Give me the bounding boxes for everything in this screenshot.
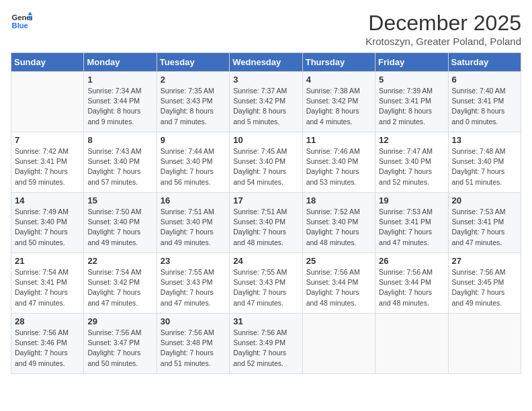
day-detail: Sunrise: 7:49 AMSunset: 3:40 PMDaylight:… bbox=[15, 208, 69, 246]
day-detail: Sunrise: 7:35 AMSunset: 3:43 PMDaylight:… bbox=[161, 87, 214, 126]
day-detail: Sunrise: 7:37 AMSunset: 3:42 PMDaylight:… bbox=[233, 87, 287, 126]
day-detail: Sunrise: 7:56 AMSunset: 3:44 PMDaylight:… bbox=[379, 268, 433, 307]
table-row bbox=[302, 314, 375, 374]
header-friday: Friday bbox=[375, 53, 448, 72]
table-row: 19 Sunrise: 7:53 AMSunset: 3:41 PMDaylig… bbox=[375, 193, 448, 253]
day-detail: Sunrise: 7:43 AMSunset: 3:40 PMDaylight:… bbox=[87, 147, 141, 186]
table-row: 18 Sunrise: 7:52 AMSunset: 3:40 PMDaylig… bbox=[302, 193, 375, 253]
table-row: 28 Sunrise: 7:56 AMSunset: 3:46 PMDaylig… bbox=[11, 314, 84, 374]
day-number: 3 bbox=[233, 75, 298, 85]
svg-text:Blue: Blue bbox=[12, 21, 28, 30]
table-row: 15 Sunrise: 7:50 AMSunset: 3:40 PMDaylig… bbox=[84, 193, 157, 253]
table-row: 21 Sunrise: 7:54 AMSunset: 3:41 PMDaylig… bbox=[11, 253, 84, 314]
day-number: 18 bbox=[306, 195, 371, 205]
day-detail: Sunrise: 7:51 AMSunset: 3:40 PMDaylight:… bbox=[161, 208, 214, 246]
table-row: 2 Sunrise: 7:35 AMSunset: 3:43 PMDayligh… bbox=[157, 72, 229, 132]
table-row: 30 Sunrise: 7:56 AMSunset: 3:48 PMDaylig… bbox=[157, 314, 229, 374]
day-detail: Sunrise: 7:51 AMSunset: 3:40 PMDaylight:… bbox=[233, 208, 287, 246]
day-number: 27 bbox=[452, 256, 517, 266]
day-number: 8 bbox=[87, 135, 152, 145]
day-number: 22 bbox=[87, 256, 152, 266]
day-detail: Sunrise: 7:34 AMSunset: 3:44 PMDaylight:… bbox=[87, 87, 141, 126]
day-detail: Sunrise: 7:52 AMSunset: 3:40 PMDaylight:… bbox=[306, 208, 360, 246]
day-detail: Sunrise: 7:56 AMSunset: 3:49 PMDaylight:… bbox=[233, 328, 287, 367]
header-thursday: Thursday bbox=[302, 53, 375, 72]
day-number: 2 bbox=[161, 75, 226, 85]
table-row: 6 Sunrise: 7:40 AMSunset: 3:41 PMDayligh… bbox=[448, 72, 521, 132]
table-row: 9 Sunrise: 7:44 AMSunset: 3:40 PMDayligh… bbox=[157, 132, 229, 193]
calendar-week-row: 1 Sunrise: 7:34 AMSunset: 3:44 PMDayligh… bbox=[11, 72, 521, 132]
table-row bbox=[375, 314, 448, 374]
day-detail: Sunrise: 7:56 AMSunset: 3:48 PMDaylight:… bbox=[161, 328, 214, 367]
header-sunday: Sunday bbox=[11, 53, 84, 72]
day-number: 4 bbox=[306, 75, 371, 85]
calendar-week-row: 28 Sunrise: 7:56 AMSunset: 3:46 PMDaylig… bbox=[11, 314, 521, 374]
day-number: 13 bbox=[452, 135, 517, 145]
table-row: 26 Sunrise: 7:56 AMSunset: 3:44 PMDaylig… bbox=[375, 253, 448, 314]
calendar-table: Sunday Monday Tuesday Wednesday Thursday… bbox=[11, 52, 521, 374]
day-number: 28 bbox=[15, 316, 80, 326]
day-number: 20 bbox=[452, 195, 517, 205]
day-detail: Sunrise: 7:55 AMSunset: 3:43 PMDaylight:… bbox=[233, 268, 287, 307]
day-detail: Sunrise: 7:45 AMSunset: 3:40 PMDaylight:… bbox=[233, 147, 287, 186]
table-row: 4 Sunrise: 7:38 AMSunset: 3:42 PMDayligh… bbox=[302, 72, 375, 132]
table-row: 3 Sunrise: 7:37 AMSunset: 3:42 PMDayligh… bbox=[230, 72, 302, 132]
day-detail: Sunrise: 7:46 AMSunset: 3:40 PMDaylight:… bbox=[306, 147, 360, 186]
day-number: 26 bbox=[379, 256, 444, 266]
day-detail: Sunrise: 7:56 AMSunset: 3:46 PMDaylight:… bbox=[15, 328, 69, 367]
day-detail: Sunrise: 7:48 AMSunset: 3:40 PMDaylight:… bbox=[452, 147, 506, 186]
header-tuesday: Tuesday bbox=[157, 53, 229, 72]
table-row: 7 Sunrise: 7:42 AMSunset: 3:41 PMDayligh… bbox=[11, 132, 84, 193]
table-row: 25 Sunrise: 7:56 AMSunset: 3:44 PMDaylig… bbox=[302, 253, 375, 314]
table-row: 27 Sunrise: 7:56 AMSunset: 3:45 PMDaylig… bbox=[448, 253, 521, 314]
header-wednesday: Wednesday bbox=[230, 53, 302, 72]
day-number: 14 bbox=[15, 195, 80, 205]
day-number: 29 bbox=[87, 316, 152, 326]
table-row bbox=[448, 314, 521, 374]
weekday-header-row: Sunday Monday Tuesday Wednesday Thursday… bbox=[11, 53, 521, 72]
table-row: 14 Sunrise: 7:49 AMSunset: 3:40 PMDaylig… bbox=[11, 193, 84, 253]
day-number: 25 bbox=[306, 256, 371, 266]
day-number: 15 bbox=[87, 195, 152, 205]
day-detail: Sunrise: 7:40 AMSunset: 3:41 PMDaylight:… bbox=[452, 87, 506, 126]
day-number: 6 bbox=[452, 75, 517, 85]
day-number: 5 bbox=[379, 75, 444, 85]
day-number: 16 bbox=[161, 195, 226, 205]
day-detail: Sunrise: 7:54 AMSunset: 3:42 PMDaylight:… bbox=[87, 268, 141, 307]
day-number: 11 bbox=[306, 135, 371, 145]
day-number: 17 bbox=[233, 195, 298, 205]
table-row bbox=[11, 72, 84, 132]
month-title: December 2025 bbox=[365, 11, 521, 36]
table-row: 31 Sunrise: 7:56 AMSunset: 3:49 PMDaylig… bbox=[230, 314, 302, 374]
day-detail: Sunrise: 7:38 AMSunset: 3:42 PMDaylight:… bbox=[306, 87, 360, 126]
day-number: 10 bbox=[233, 135, 298, 145]
table-row: 11 Sunrise: 7:46 AMSunset: 3:40 PMDaylig… bbox=[302, 132, 375, 193]
header-saturday: Saturday bbox=[448, 53, 521, 72]
logo: General Blue bbox=[11, 11, 32, 32]
table-row: 5 Sunrise: 7:39 AMSunset: 3:41 PMDayligh… bbox=[375, 72, 448, 132]
day-number: 12 bbox=[379, 135, 444, 145]
day-detail: Sunrise: 7:56 AMSunset: 3:47 PMDaylight:… bbox=[87, 328, 141, 367]
day-number: 31 bbox=[233, 316, 298, 326]
table-row: 8 Sunrise: 7:43 AMSunset: 3:40 PMDayligh… bbox=[84, 132, 157, 193]
day-detail: Sunrise: 7:56 AMSunset: 3:44 PMDaylight:… bbox=[306, 268, 360, 307]
svg-marker-3 bbox=[29, 16, 32, 20]
day-detail: Sunrise: 7:42 AMSunset: 3:41 PMDaylight:… bbox=[15, 147, 69, 186]
page-header: General Blue December 2025 Krotoszyn, Gr… bbox=[11, 11, 521, 47]
calendar-week-row: 14 Sunrise: 7:49 AMSunset: 3:40 PMDaylig… bbox=[11, 193, 521, 253]
table-row: 16 Sunrise: 7:51 AMSunset: 3:40 PMDaylig… bbox=[157, 193, 229, 253]
calendar-week-row: 7 Sunrise: 7:42 AMSunset: 3:41 PMDayligh… bbox=[11, 132, 521, 193]
table-row: 10 Sunrise: 7:45 AMSunset: 3:40 PMDaylig… bbox=[230, 132, 302, 193]
table-row: 13 Sunrise: 7:48 AMSunset: 3:40 PMDaylig… bbox=[448, 132, 521, 193]
day-number: 21 bbox=[15, 256, 80, 266]
day-number: 1 bbox=[87, 75, 152, 85]
title-area: December 2025 Krotoszyn, Greater Poland,… bbox=[365, 11, 521, 47]
table-row: 24 Sunrise: 7:55 AMSunset: 3:43 PMDaylig… bbox=[230, 253, 302, 314]
location-title: Krotoszyn, Greater Poland, Poland bbox=[365, 36, 521, 47]
day-detail: Sunrise: 7:53 AMSunset: 3:41 PMDaylight:… bbox=[379, 208, 433, 246]
table-row: 12 Sunrise: 7:47 AMSunset: 3:40 PMDaylig… bbox=[375, 132, 448, 193]
table-row: 17 Sunrise: 7:51 AMSunset: 3:40 PMDaylig… bbox=[230, 193, 302, 253]
day-number: 7 bbox=[15, 135, 80, 145]
day-detail: Sunrise: 7:47 AMSunset: 3:40 PMDaylight:… bbox=[379, 147, 433, 186]
day-detail: Sunrise: 7:44 AMSunset: 3:40 PMDaylight:… bbox=[161, 147, 214, 186]
